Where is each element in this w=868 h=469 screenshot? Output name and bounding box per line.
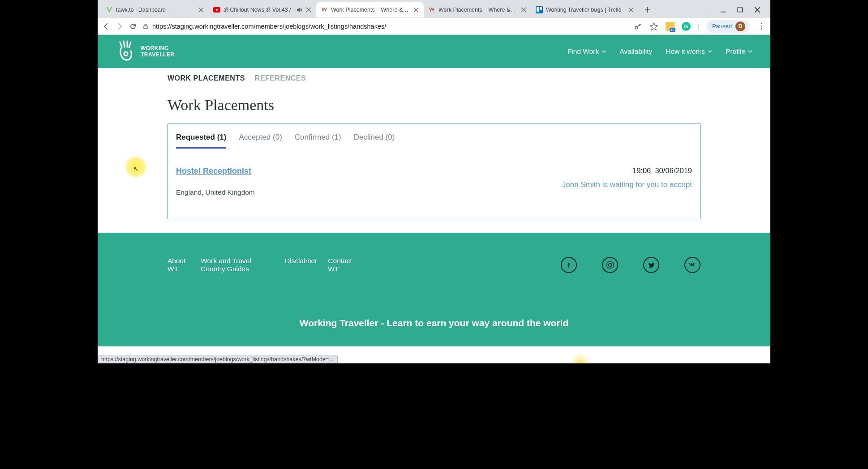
svg-point-10 xyxy=(611,263,612,264)
tab-title: tawk.to | Dashboard xyxy=(116,7,195,13)
tab-requested[interactable]: Requested (1) xyxy=(176,133,226,149)
vk-icon[interactable] xyxy=(684,257,700,273)
avatar: D xyxy=(735,21,745,31)
page-viewport: WORKING TRAVELLER Find Work Availability… xyxy=(98,35,770,363)
page-title: Work Placements xyxy=(168,97,700,114)
chat-online-label[interactable]: Online xyxy=(666,353,687,361)
svg-point-9 xyxy=(609,264,611,266)
logo-text-2: TRAVELLER xyxy=(141,51,175,58)
close-icon[interactable] xyxy=(628,7,634,13)
svg-point-7 xyxy=(124,52,128,55)
close-window-icon[interactable] xyxy=(754,7,761,13)
footer-contact[interactable]: Contact WT xyxy=(328,257,355,273)
svg-rect-4 xyxy=(738,8,743,12)
facebook-icon[interactable] xyxy=(561,257,577,273)
reload-icon[interactable] xyxy=(129,22,137,30)
chevron-down-icon xyxy=(602,49,606,54)
kebab-menu-icon[interactable] xyxy=(757,22,766,31)
nav-profile[interactable]: Profile xyxy=(726,47,752,55)
job-title-link[interactable]: Hostel Receptionist xyxy=(176,166,251,175)
profile-label: Paused xyxy=(712,23,732,30)
mute-icon[interactable] xyxy=(296,7,302,13)
close-icon[interactable] xyxy=(198,7,204,13)
window-controls xyxy=(720,7,767,13)
footer-guides[interactable]: Work and Travel Country Guides xyxy=(201,257,274,273)
star-icon[interactable] xyxy=(649,22,658,31)
status-tabs: Requested (1) Accepted (0) Confirmed (1)… xyxy=(168,124,700,149)
footer-links: About WT Work and Travel Country Guides … xyxy=(168,257,355,273)
favicon-youtube xyxy=(213,6,220,13)
chat-glow xyxy=(569,353,591,363)
svg-rect-2 xyxy=(537,7,539,12)
instagram-icon[interactable] xyxy=(602,257,618,273)
site-header: WORKING TRAVELLER Find Work Availability… xyxy=(98,35,770,68)
nav-find-work[interactable]: Find Work xyxy=(567,47,606,55)
nav-label: How it works xyxy=(666,47,705,55)
tab-title: Working Traveller bugs | Trello xyxy=(546,7,625,13)
status-bar-url: https://staging.workingtraveller.com/mem… xyxy=(98,355,338,363)
favicon-tawk xyxy=(106,6,113,13)
browser-tab[interactable]: ॐ Chillout News ॐ Vol.43 / xyxy=(209,2,316,17)
subnav-work-placements[interactable]: WORK PLACEMENTS xyxy=(168,74,245,82)
browser-tab[interactable]: Work Placements – Where & Wh xyxy=(424,2,531,17)
minimize-icon[interactable] xyxy=(720,7,726,13)
profile-chip[interactable]: Paused D xyxy=(707,20,750,33)
grammarly-icon[interactable]: G xyxy=(682,22,691,31)
twitter-icon[interactable] xyxy=(643,257,659,273)
nav-availability[interactable]: Availability xyxy=(619,47,652,55)
logo[interactable]: WORKING TRAVELLER xyxy=(116,40,175,63)
lock-icon xyxy=(142,23,149,30)
close-icon[interactable] xyxy=(305,7,312,13)
site-footer: About WT Work and Travel Country Guides … xyxy=(98,233,770,346)
tab-title: Work Placements – Where & Wh xyxy=(438,7,517,13)
close-icon[interactable] xyxy=(520,7,527,13)
favicon-wt xyxy=(321,6,328,13)
browser-tab-active[interactable]: Work Placements – Where & Wh xyxy=(316,2,424,17)
tab-title: ॐ Chillout News ॐ Vol.43 / xyxy=(223,7,293,13)
job-status-message: John Smith is waiting for you to accept xyxy=(562,180,692,189)
logo-icon xyxy=(116,40,135,63)
tab-declined[interactable]: Declined (0) xyxy=(354,133,395,149)
browser-tab[interactable]: Working Traveller bugs | Trello xyxy=(531,2,639,17)
maximize-icon[interactable] xyxy=(737,7,743,13)
chevron-down-icon xyxy=(748,49,752,54)
job-location: England, United Kingdom xyxy=(176,188,255,196)
footer-disclaimer[interactable]: Disclaimer xyxy=(285,257,317,273)
browser-chrome: tawk.to | Dashboard ॐ Chillout News ॐ Vo… xyxy=(98,0,770,35)
subnav-references[interactable]: REFERENCES xyxy=(255,74,306,82)
nav-label: Availability xyxy=(619,47,652,55)
favicon-wt xyxy=(428,6,435,13)
social-links xyxy=(561,257,700,273)
browser-tab[interactable]: tawk.to | Dashboard xyxy=(101,2,209,17)
cursor-highlight xyxy=(125,156,147,178)
forward-icon[interactable] xyxy=(116,22,124,30)
sub-nav: WORK PLACEMENTS REFERENCES xyxy=(98,68,770,89)
svg-rect-8 xyxy=(607,262,613,268)
svg-rect-5 xyxy=(144,26,147,29)
url-field[interactable]: https://staging.workingtraveller.com/mem… xyxy=(142,23,628,30)
url-text: https://staging.workingtraveller.com/mem… xyxy=(152,23,386,30)
back-icon[interactable] xyxy=(102,22,110,30)
tab-confirmed[interactable]: Confirmed (1) xyxy=(295,133,341,149)
logo-text-1: WORKING xyxy=(141,45,175,51)
nav-label: Profile xyxy=(726,47,745,55)
nav-label: Find Work xyxy=(567,47,599,55)
placement-card: Hostel Receptionist England, United King… xyxy=(168,149,700,219)
tab-accepted[interactable]: Accepted (0) xyxy=(239,133,282,149)
main-nav: Find Work Availability How it works Prof… xyxy=(567,47,752,55)
new-tab-button[interactable] xyxy=(641,4,654,16)
footer-tagline: Working Traveller - Learn to earn your w… xyxy=(168,318,700,328)
chevron-down-icon xyxy=(708,49,712,54)
tab-title: Work Placements – Where & Wh xyxy=(331,7,410,13)
extension-calendar-icon[interactable] xyxy=(666,22,675,31)
favicon-trello xyxy=(536,6,543,13)
footer-about[interactable]: About WT xyxy=(168,257,190,273)
cursor-icon: ↖ xyxy=(133,166,138,172)
key-icon[interactable] xyxy=(633,22,642,31)
nav-how-it-works[interactable]: How it works xyxy=(666,47,712,55)
tabs-bar: tawk.to | Dashboard ॐ Chillout News ॐ Vo… xyxy=(98,0,770,18)
job-timestamp: 19:06, 30/06/2019 xyxy=(562,166,692,175)
address-bar: https://staging.workingtraveller.com/mem… xyxy=(98,18,770,35)
close-icon[interactable] xyxy=(413,7,419,13)
placements-panel: Requested (1) Accepted (0) Confirmed (1)… xyxy=(168,124,700,219)
